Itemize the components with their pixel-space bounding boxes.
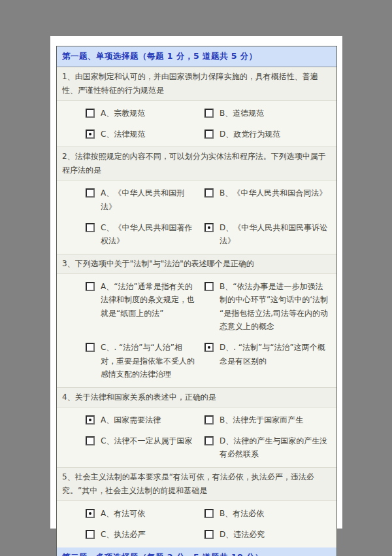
radio-button[interactable]	[86, 109, 95, 118]
radio-button[interactable]	[204, 343, 214, 352]
radio-button[interactable]	[86, 282, 95, 291]
option-item[interactable]: A、宗教规范	[86, 107, 195, 120]
option-label[interactable]: D、. “法制”与“法治”这两个概念是有区别的	[220, 341, 330, 368]
option-label[interactable]: D、法律的产生与国家的产生没有必然联系	[220, 434, 330, 461]
option-label[interactable]: A、宗教规范	[101, 107, 145, 120]
radio-button[interactable]	[204, 436, 214, 445]
option-label[interactable]: B、道德规范	[220, 107, 264, 120]
option-label[interactable]: C、《中华人民共和国著作权法》	[101, 221, 195, 248]
radio-button[interactable]	[86, 415, 95, 425]
option-label[interactable]: C、. “法治”与“人治”相对，重要是指依靠不受人的感情支配的法律治理	[101, 341, 195, 381]
option-item[interactable]: C、法律不一定从属于国家	[86, 434, 195, 447]
option-item[interactable]: D、法律的产生与国家的产生没有必然联系	[204, 434, 330, 461]
radio-button[interactable]	[204, 415, 214, 425]
option-label[interactable]: D、政党行为规范	[220, 128, 280, 141]
option-label[interactable]: A、“法治”通常是指有关的法律和制度的条文规定，也就是“纸面上的法”	[101, 280, 195, 320]
radio-button[interactable]	[204, 188, 214, 198]
section-header: 第一题、单项选择题（每题 1 分，5 道题共 5 分）	[57, 46, 336, 67]
question-options: A、有法可依B、有法必依C、执法必严D、违法必究	[57, 501, 336, 547]
option-item[interactable]: A、《中华人民共和国刑法》	[86, 186, 195, 213]
question-options: A、宗教规范B、道德规范C、法律规范D、政党行为规范	[57, 101, 336, 147]
option-label[interactable]: A、《中华人民共和国刑法》	[101, 186, 195, 213]
radio-button[interactable]	[86, 509, 95, 518]
option-item[interactable]: A、有法可依	[86, 507, 195, 520]
option-item[interactable]: C、《中华人民共和国著作权法》	[86, 221, 195, 248]
section-header: 第二题、多项选择题（每题 2 分，5 道题共 10 分）	[57, 547, 336, 556]
option-item[interactable]: B、“依法办事是进一步加强法制的中心环节”这句话中的‘法制“是指包括立法,司法等…	[204, 280, 330, 334]
radio-button[interactable]	[86, 223, 95, 232]
option-label[interactable]: A、有法可依	[101, 507, 145, 520]
question-title: 4、关于法律和国家关系的表述中，正确的是	[57, 387, 336, 408]
option-label[interactable]: C、法律不一定从属于国家	[101, 434, 192, 447]
option-item[interactable]: D、. “法制”与“法治”这两个概念是有区别的	[204, 341, 330, 368]
option-label[interactable]: C、法律规范	[101, 128, 145, 141]
option-label[interactable]: D、《中华人民共和国民事诉讼法》	[220, 221, 330, 248]
option-label[interactable]: C、执法必严	[101, 528, 145, 541]
option-item[interactable]: B、道德规范	[204, 107, 330, 120]
canvas-background: 第一题、单项选择题（每题 1 分，5 道题共 5 分）1、由国家制定和认可的，并…	[0, 0, 392, 556]
radio-button[interactable]	[204, 130, 214, 139]
option-item[interactable]: A、国家需要法律	[86, 413, 195, 426]
quiz-table: 第一题、单项选择题（每题 1 分，5 道题共 5 分）1、由国家制定和认可的，并…	[56, 46, 337, 556]
radio-button[interactable]	[204, 109, 214, 118]
option-item[interactable]: B、法律先于国家而产生	[204, 413, 330, 426]
question-title: 2、法律按照规定的内容不同，可以划分为实体法和程序法。下列选项中属于程序法的是	[57, 147, 336, 181]
option-item[interactable]: D、《中华人民共和国民事诉讼法》	[204, 221, 330, 248]
option-label[interactable]: B、“依法办事是进一步加强法制的中心环节”这句话中的‘法制“是指包括立法,司法等…	[220, 280, 330, 334]
radio-button[interactable]	[86, 188, 95, 198]
option-label[interactable]: D、违法必究	[220, 528, 265, 541]
option-item[interactable]: B、有法必依	[204, 507, 330, 520]
question-options: A、《中华人民共和国刑法》B、《中华人民共和国合同法》C、《中华人民共和国著作权…	[57, 181, 336, 254]
question-options: A、“法治”通常是指有关的法律和制度的条文规定，也就是“纸面上的法”B、“依法办…	[57, 274, 336, 387]
option-item[interactable]: C、. “法治”与“人治”相对，重要是指依靠不受人的感情支配的法律治理	[86, 341, 195, 381]
option-label[interactable]: B、法律先于国家而产生	[220, 413, 303, 426]
radio-button[interactable]	[204, 509, 214, 518]
question-title: 5、社会主义法制的基本要求是“有法可依，有法必依，执法必严，违法必究。”其中，社…	[57, 467, 336, 501]
radio-button[interactable]	[204, 223, 214, 232]
option-item[interactable]: D、政党行为规范	[204, 128, 330, 141]
radio-button[interactable]	[86, 130, 95, 139]
option-item[interactable]: C、法律规范	[86, 128, 195, 141]
question-options: A、国家需要法律B、法律先于国家而产生C、法律不一定从属于国家D、法律的产生与国…	[57, 408, 336, 467]
option-item[interactable]: A、“法治”通常是指有关的法律和制度的条文规定，也就是“纸面上的法”	[86, 280, 195, 320]
radio-button[interactable]	[86, 436, 95, 445]
radio-button[interactable]	[86, 530, 95, 539]
option-item[interactable]: B、《中华人民共和国合同法》	[204, 186, 330, 200]
question-title: 1、由国家制定和认可的，并由国家强制力保障实施的，具有概括性、普遍性、严谨性特征…	[57, 67, 336, 101]
radio-button[interactable]	[86, 343, 95, 352]
option-item[interactable]: D、违法必究	[204, 528, 330, 541]
radio-button[interactable]	[204, 530, 214, 539]
option-item[interactable]: C、执法必严	[86, 528, 195, 541]
option-label[interactable]: A、国家需要法律	[101, 413, 161, 426]
option-label[interactable]: B、有法必依	[220, 507, 264, 520]
question-title: 3、下列选项中关于"法制"与"法治"的表述哪个是正确的	[57, 254, 336, 274]
option-label[interactable]: B、《中华人民共和国合同法》	[220, 186, 327, 200]
document-page: 第一题、单项选择题（每题 1 分，5 道题共 5 分）1、由国家制定和认可的，并…	[50, 36, 342, 529]
radio-button[interactable]	[204, 282, 214, 291]
